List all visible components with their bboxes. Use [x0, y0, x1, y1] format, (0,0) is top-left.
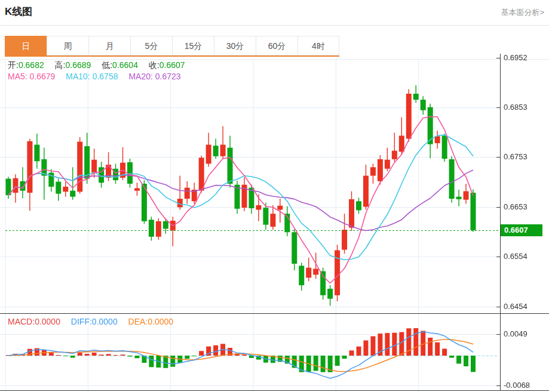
- y-axis-label: 0.6454: [504, 303, 527, 311]
- y-axis-label: 0.6952: [504, 54, 527, 62]
- macd-axis-label: 0.0049: [504, 330, 527, 338]
- high-value: 0.6689: [66, 60, 91, 70]
- high-label: 高:: [55, 60, 66, 70]
- close-label: 收:: [149, 60, 160, 70]
- diff-label: DIFF:: [71, 317, 92, 326]
- ma10-value: 0.6758: [93, 72, 118, 81]
- dea-value: 0.0000: [148, 317, 173, 326]
- open-label: 开:: [8, 60, 19, 70]
- y-axis-label: 0.6753: [504, 153, 527, 161]
- ma10-label: MA10:: [66, 72, 90, 81]
- macd-axis-label: -0.0068: [504, 381, 530, 390]
- ma5-value: 0.6679: [30, 72, 56, 81]
- open-value: 0.6682: [19, 60, 44, 70]
- kline-chart-canvas[interactable]: [0, 0, 549, 392]
- ma20-value: 0.6723: [155, 72, 181, 81]
- diff-value: 0.0000: [92, 317, 118, 326]
- low-value: 0.6604: [112, 60, 138, 70]
- y-axis-label: 0.6653: [504, 203, 527, 211]
- y-axis-label: 0.6853: [504, 103, 527, 112]
- current-price-badge: 0.6607: [501, 224, 542, 236]
- low-label: 低:: [102, 60, 112, 70]
- ma20-label: MA20:: [128, 72, 152, 81]
- ma-legend: MA5: 0.6679 MA10: 0.6758 MA20: 0.6723: [8, 72, 189, 81]
- ohlc-legend: 开:0.6682 高:0.6689 低:0.6604 收:0.6607: [8, 60, 194, 71]
- macd-label: MACD:: [8, 317, 35, 326]
- macd-legend: MACD:0.0000 DIFF:0.0000 DEA:0.0000: [8, 317, 182, 326]
- dea-label: DEA:: [128, 317, 148, 326]
- macd-value: 0.0000: [35, 317, 60, 326]
- ma5-label: MA5:: [8, 72, 27, 81]
- y-axis-label: 0.6554: [504, 252, 527, 261]
- close-value: 0.6607: [160, 60, 185, 70]
